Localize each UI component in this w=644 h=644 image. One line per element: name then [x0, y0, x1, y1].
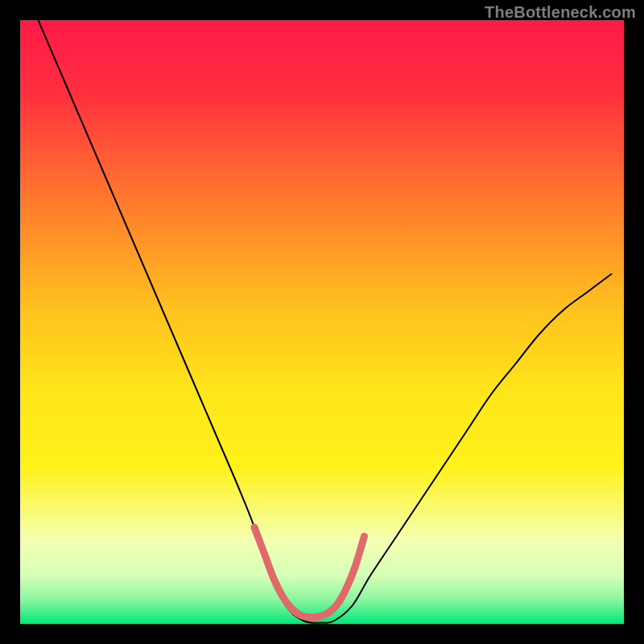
chart-stage: TheBottleneck.com: [0, 0, 644, 644]
plot-area: [20, 20, 624, 624]
gradient-background: [20, 20, 624, 624]
chart-svg: [20, 20, 624, 624]
watermark-text: TheBottleneck.com: [485, 3, 636, 22]
